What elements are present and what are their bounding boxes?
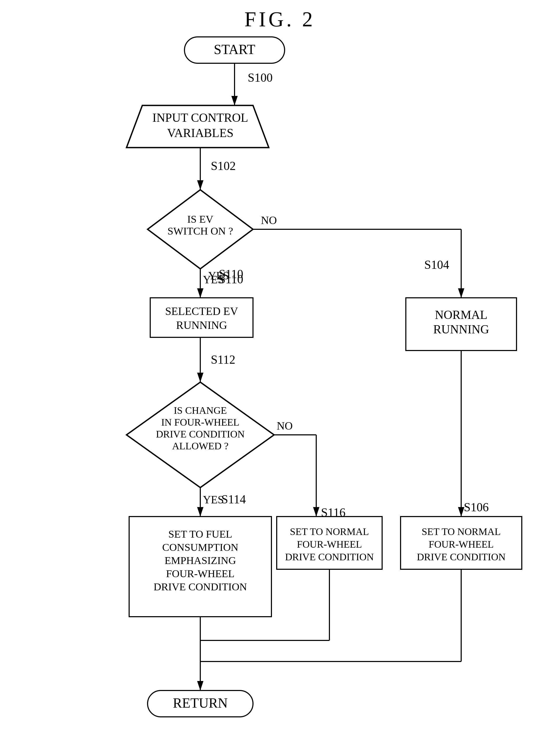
normal-running-line2: RUNNING <box>433 323 489 336</box>
return-label: RETURN <box>173 696 228 710</box>
input-control-line2: VARIABLES <box>167 126 234 140</box>
4wd-line2: IN FOUR-WHEEL <box>161 417 240 428</box>
selected-ev-line2: RUNNING <box>176 319 227 331</box>
fuel-line5: DRIVE CONDITION <box>154 581 247 593</box>
yes-2-label: YES <box>203 494 224 506</box>
ev-switch-line1: IS EV <box>187 213 213 225</box>
input-control-line1: INPUT CONTROL <box>152 111 248 124</box>
ev-switch-line2: SWITCH ON ? <box>168 225 233 237</box>
normal-4wd-2-line2: FOUR-WHEEL <box>429 539 494 550</box>
s114-label: S114 <box>221 493 246 506</box>
normal-4wd-1-line1: SET TO NORMAL <box>290 526 369 537</box>
selected-ev-line1: SELECTED EV <box>165 305 238 317</box>
no-label-1: NO <box>261 214 277 227</box>
fuel-line4: FOUR-WHEEL <box>166 568 235 580</box>
no-label-2: NO <box>277 420 293 432</box>
normal-4wd-1-line2: FOUR-WHEEL <box>297 539 362 550</box>
fuel-line2: CONSUMPTION <box>162 541 238 553</box>
s110-label2: S110 <box>219 273 243 286</box>
s102-label: S102 <box>211 159 236 173</box>
normal-4wd-2-line3: DRIVE CONDITION <box>417 551 506 562</box>
page-title: FIG. 2 <box>244 8 316 31</box>
fuel-line3: EMPHASIZING <box>165 555 236 566</box>
4wd-line1: IS CHANGE <box>174 405 227 416</box>
s100-label: S100 <box>248 71 273 84</box>
s112-label: S112 <box>211 353 235 366</box>
4wd-line4: ALLOWED ? <box>172 441 229 451</box>
selected-ev-shape <box>150 298 253 337</box>
normal-4wd-1-line3: DRIVE CONDITION <box>285 551 374 562</box>
fuel-line1: SET TO FUEL <box>168 528 232 540</box>
4wd-line3: DRIVE CONDITION <box>156 429 245 440</box>
s104-label: S104 <box>424 258 449 272</box>
start-label: START <box>214 42 255 57</box>
normal-running-line1: NORMAL <box>435 308 487 322</box>
normal-4wd-2-line1: SET TO NORMAL <box>422 526 501 537</box>
s106-label: S106 <box>464 500 489 514</box>
